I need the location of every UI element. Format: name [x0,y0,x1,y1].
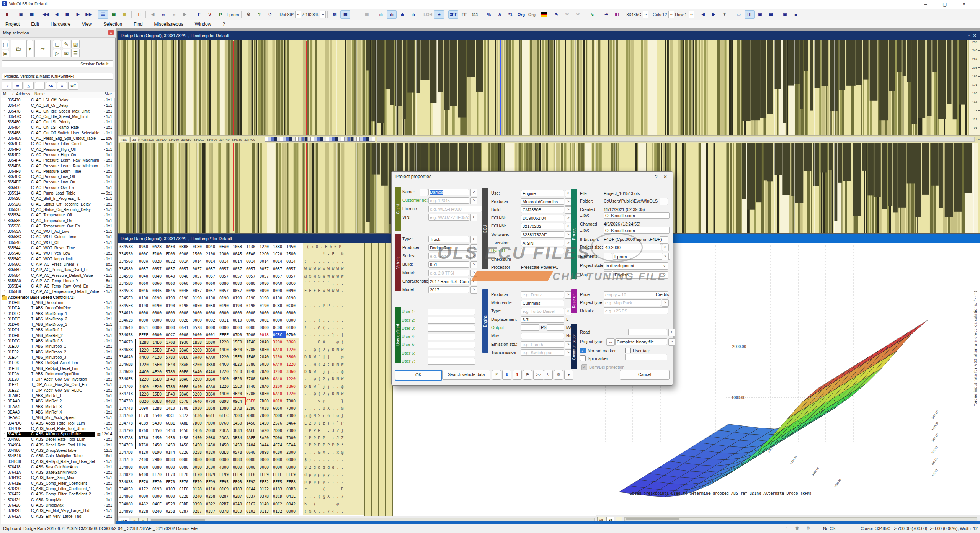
hex-cell[interactable]: 0000 [139,317,152,324]
compare-icon[interactable]: ◧ [612,10,622,19]
hex-cell[interactable]: 0090 [246,287,259,294]
hex-cell[interactable]: 0528 [193,324,205,331]
hex-cell[interactable]: 3B60 [286,383,299,390]
map-prev-icon[interactable]: ◀ [698,10,708,19]
help-globe-icon[interactable]: ? [254,10,264,19]
hex-cell[interactable]: 0080 [273,456,286,463]
hex-cell[interactable]: 0113 [260,508,272,515]
hex-cell[interactable]: 0080 [139,464,152,471]
zoom-field[interactable]: Z:1928% [302,12,318,17]
hex-cell[interactable]: 0000 [246,309,259,317]
hex-cell[interactable]: 5A20 [260,434,272,441]
map-list-item[interactable]: *33496AC_ABS_Decel_Rate_Tool_ULim· 1x1 [1,443,114,448]
hex-cell[interactable]: FE70 [139,412,152,419]
hex-cell[interactable]: 0190 [193,294,205,302]
hex-cell[interactable]: 04CE [152,500,165,508]
map-list-item[interactable]: 335480C_AC_On_LSI_Priority· 1x1 [1,120,114,125]
hex-cell[interactable]: FEFE [273,471,286,478]
hex-row[interactable]: 334838FE70FE70FE70FE70FE79FF99FF95FF93FF… [118,478,597,486]
hex-cell[interactable]: 0193 [152,486,165,493]
hex-cell[interactable]: FF93 [233,478,245,486]
hex-cell[interactable]: 0000 [206,324,219,331]
hexdump-barcode-top[interactable]: 25624022420819217616014412811296 [118,40,980,135]
hex-cell[interactable]: 12C0 [260,250,272,258]
address-field-spinner[interactable]: ▴▾ [643,11,648,18]
menu-selection[interactable]: Selection [102,21,124,28]
vehicle-field-0[interactable]: Truck [428,236,469,242]
hex-cell[interactable]: 3B60 [206,361,219,369]
hex-cell[interactable]: 5780 [246,346,259,353]
hex-cell[interactable]: 0898 [260,449,272,456]
hex-cell[interactable]: 1220 [139,346,152,354]
hex-cell[interactable]: 6CB1 [166,420,178,427]
map-list-item[interactable]: *3354FEC_AC_Pressure_Low_On· 1x1 [1,180,114,185]
hex-cell[interactable]: 1450 [286,243,299,250]
eprom-combo[interactable]: Eprom [227,12,239,17]
hex-cell[interactable]: 0000 [260,309,272,317]
hex-cell[interactable]: 0D48 [206,243,219,250]
hex-cell[interactable]: FE79 [193,478,205,486]
hex-cell[interactable]: 3C00 [206,464,219,471]
hex-cell[interactable]: 7D00 [273,427,286,434]
hex-cell[interactable]: 44C0 [139,353,152,361]
hex-cell[interactable]: 0057 [286,273,299,280]
hex-cell[interactable]: 44C0 [219,375,232,383]
ecu-field-7[interactable] [521,248,564,254]
map-filter-0[interactable]: =? [2,82,11,90]
hex-cell[interactable]: 44C0 [139,383,152,391]
map-list-item[interactable]: *37641AC_ABS_BaseGainMinAuto· 1x1 [1,470,114,476]
project-input-3[interactable]: OLSecufile.com [604,212,670,219]
hex-cell[interactable]: 2576 [273,420,286,427]
stamp-icon[interactable]: ⚙ [554,370,563,380]
hex-cell[interactable]: 0390 [193,500,205,508]
hex-cell[interactable]: 1F40 [246,383,259,390]
width-float-icon[interactable]: ılı [408,10,418,19]
hex-cell[interactable]: FE70 [152,471,165,478]
hex-cell[interactable]: 01C2 [246,500,259,508]
window1-titlebar[interactable]: Dodge Ram (Original), 32381732AE, Hexdum… [118,31,980,40]
hex-cell[interactable]: 0000 [193,331,205,338]
dec-111-icon[interactable]: 111 [470,10,480,19]
hex-cell[interactable]: FFC9 [286,471,299,478]
hex-cell[interactable]: 0000 [246,317,259,324]
hex-cell[interactable]: FF99 [219,471,232,478]
nav-prev-icon[interactable]: ◀ [52,10,62,19]
hex-cell[interactable]: 3200 [193,361,205,369]
hex-cell[interactable]: 3A44 [260,441,272,449]
hex-cell[interactable]: 0183 [233,486,245,493]
hex-cell[interactable]: 1450 [219,441,232,449]
map-list-item[interactable]: 335500C_AC_Pressure_Ovr_En· 1x1 [1,186,114,191]
hex-cell[interactable]: 0080 [193,456,205,463]
hex-cell[interactable]: 6AA0 [206,368,219,376]
hex-cell[interactable]: 4C74 [273,441,286,449]
hex-cell[interactable]: 0287 [179,508,192,515]
hex-cell[interactable]: 0000 [219,309,232,317]
hex-cell[interactable]: 0046 [139,287,152,294]
hex-cell[interactable]: 5780 [246,375,259,383]
view-2d-icon[interactable]: ▨ [330,10,340,19]
menu-miscellaneous[interactable]: Miscellaneous [153,21,185,28]
map-list-item[interactable]: *3355A0C_AIP_AC_Temp_Linear_Y— 8x1 [1,279,114,284]
hex-cell[interactable]: 000C [139,250,152,258]
hex-cell[interactable]: 0080 [219,280,232,287]
hex-cell[interactable]: 28A0 [260,338,272,346]
menu-view[interactable]: View [80,21,93,28]
hex-cell[interactable]: 07D0 [286,331,299,338]
hex-cell[interactable]: 1450 [166,441,178,449]
map-list-item[interactable]: 335538C_AC_Temperature_Ovr_En· 1x1 [1,224,114,229]
session-selector[interactable]: Session: Default [2,60,113,67]
window1-tab-3d[interactable]: 3d [130,137,138,142]
hex-cell[interactable]: 0057 [260,273,272,280]
hex-cell[interactable]: 1500 [193,250,205,258]
engine-field-6[interactable]: e.g. Euro 5 [521,341,564,348]
window-split-icon[interactable]: ◫ [134,10,144,19]
hex-row[interactable]: 3347F02400290000800080008000800080008000… [118,456,597,463]
hex-cell[interactable]: 3B60 [206,346,219,354]
hex-cell[interactable]: 0057 [179,265,192,273]
hex-cell[interactable]: 12B8 [139,338,152,347]
loh-order-icon[interactable]: LOH [422,10,433,19]
hex-cell[interactable]: 5780 [246,390,259,397]
hex-cell[interactable]: 0C80 [273,302,286,309]
client-field-1[interactable]: e.g. 12345 [428,197,469,204]
hex-cell[interactable]: 0000 [273,464,286,471]
